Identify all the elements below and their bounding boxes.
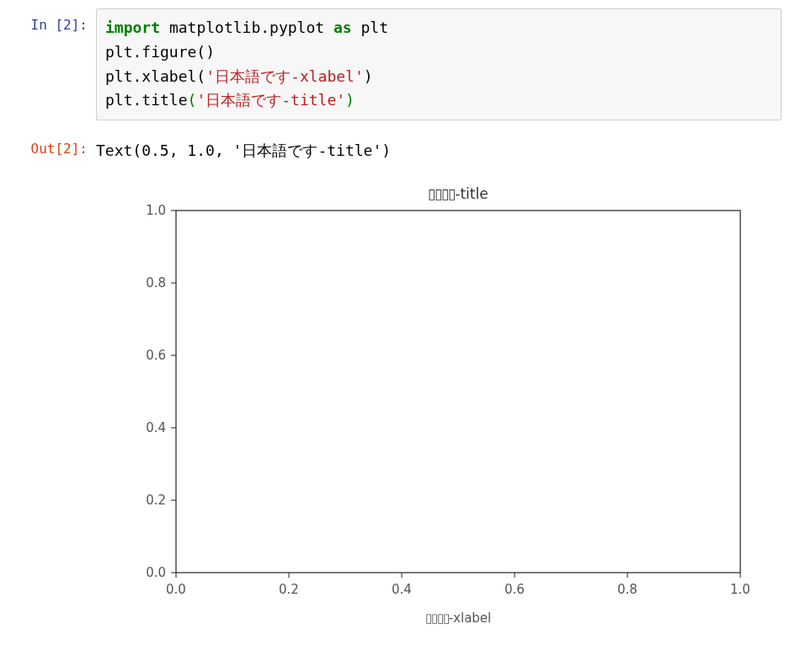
paren-close: ) (345, 91, 355, 109)
x-axis-label: ▯▯▯▯-xlabel (425, 611, 492, 626)
xlabel-fn: plt.xlabel( (105, 67, 206, 85)
matplotlib-figure: ▯▯▯▯-title 0.00.20.40.60.81.0 0.00.20.40… (96, 179, 770, 633)
y-tick-label: 0.8 (146, 275, 166, 291)
xlabel-close: ) (364, 67, 373, 85)
x-tick-label: 0.0 (166, 582, 186, 597)
title-arg: '日本語です-title' (196, 91, 345, 109)
paren-open: ( (188, 91, 197, 109)
output-cell: Out[2]: Text(0.5, 1.0, '日本語です-title') (20, 132, 782, 162)
y-tick-label: 0.0 (146, 565, 166, 580)
y-tick-label: 0.2 (146, 493, 166, 508)
code-input[interactable]: import matplotlib.pyplot as plt plt.figu… (96, 8, 782, 120)
x-tick-label: 0.8 (617, 582, 638, 597)
keyword-import: import (105, 19, 160, 36)
tofu-glyphs: ▯▯▯▯ (425, 611, 449, 625)
title-fn: plt.title (105, 91, 188, 109)
y-tick-label: 0.6 (146, 348, 166, 363)
input-prompt: In [2]: (20, 8, 96, 35)
input-cell: In [2]: import matplotlib.pyplot as plt … (20, 8, 782, 120)
x-tick-label: 0.2 (279, 582, 299, 597)
output-prompt: Out[2]: (20, 132, 96, 159)
output-text: Text(0.5, 1.0, '日本語です-title') (96, 132, 782, 162)
axes: 0.00.20.40.60.81.0 0.00.20.40.60.81.0 (146, 203, 750, 597)
y-tick-label: 1.0 (146, 203, 166, 218)
x-tick-label: 0.6 (504, 582, 525, 597)
y-ticks: 0.00.20.40.60.81.0 (146, 203, 176, 580)
x-tick-label: 1.0 (730, 582, 750, 597)
keyword-as: as (334, 19, 352, 36)
x-tick-label: 0.4 (392, 582, 412, 597)
figure-call: plt.figure() (105, 43, 215, 61)
xlabel-arg: '日本語です-xlabel' (206, 67, 364, 85)
plot-output: ▯▯▯▯-title 0.00.20.40.60.81.0 0.00.20.40… (96, 179, 782, 633)
alias-name: plt (360, 19, 388, 36)
module-name: matplotlib.pyplot (169, 19, 324, 36)
axes-frame (176, 211, 740, 573)
chart-title: ▯▯▯▯-title (428, 185, 488, 202)
tofu-glyphs: ▯▯▯▯ (428, 186, 455, 202)
y-tick-label: 0.4 (146, 420, 166, 435)
x-ticks: 0.00.20.40.60.81.0 (166, 573, 750, 597)
